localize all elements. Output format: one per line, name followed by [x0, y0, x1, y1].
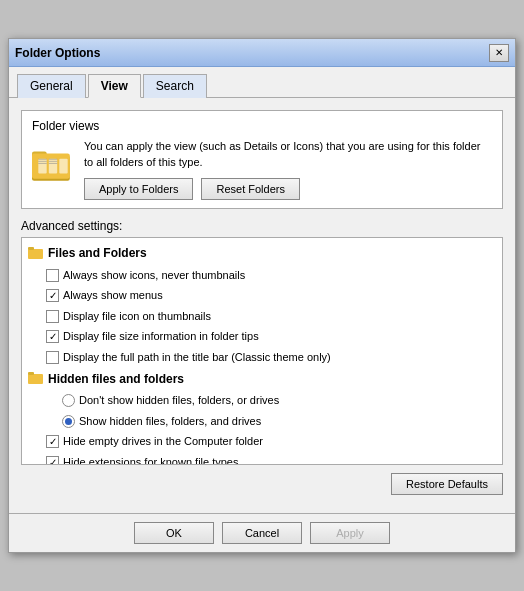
folder-icon	[32, 143, 74, 185]
section-label: Files and Folders	[48, 246, 147, 260]
settings-radio-item[interactable]: Don't show hidden files, folders, or dri…	[22, 390, 502, 411]
cancel-button[interactable]: Cancel	[222, 522, 302, 544]
checkbox-label: Display file size information in folder …	[63, 328, 259, 345]
apply-button[interactable]: Apply	[310, 522, 390, 544]
folder-section-icon	[28, 244, 44, 263]
settings-checkbox-item[interactable]: Hide empty drives in the Computer folder	[22, 431, 502, 452]
tab-general[interactable]: General	[17, 74, 86, 98]
svg-rect-8	[49, 159, 57, 160]
folder-views-right: You can apply the view (such as Details …	[84, 139, 492, 200]
folder-options-dialog: Folder Options ✕ General View Search Fol…	[8, 38, 516, 553]
svg-rect-9	[49, 161, 57, 162]
checkbox[interactable]	[46, 269, 59, 282]
checkbox-label: Always show menus	[63, 287, 163, 304]
advanced-settings-label: Advanced settings:	[21, 219, 503, 233]
restore-defaults-row: Restore Defaults	[21, 473, 503, 495]
tab-search[interactable]: Search	[143, 74, 207, 98]
settings-checkbox-item[interactable]: Always show icons, never thumbnails	[22, 265, 502, 286]
svg-rect-4	[38, 159, 46, 160]
tab-view[interactable]: View	[88, 74, 141, 98]
checkbox[interactable]	[46, 310, 59, 323]
checkbox-label: Display file icon on thumbnails	[63, 308, 211, 325]
reset-folders-button[interactable]: Reset Folders	[201, 178, 299, 200]
radio-label: Show hidden files, folders, and drives	[79, 413, 261, 430]
title-bar-buttons: ✕	[489, 44, 509, 62]
radio-label: Don't show hidden files, folders, or dri…	[79, 392, 279, 409]
svg-rect-6	[38, 163, 46, 164]
folder-action-buttons: Apply to Folders Reset Folders	[84, 178, 492, 200]
title-bar: Folder Options ✕	[9, 39, 515, 67]
dialog-title: Folder Options	[15, 46, 100, 60]
checkbox-label: Display the full path in the title bar (…	[63, 349, 331, 366]
settings-checkbox-item[interactable]: Display the full path in the title bar (…	[22, 347, 502, 368]
folder-views-inner: You can apply the view (such as Details …	[32, 139, 492, 200]
settings-list[interactable]: Files and FoldersAlways show icons, neve…	[22, 238, 502, 464]
settings-checkbox-item[interactable]: Always show menus	[22, 285, 502, 306]
svg-rect-11	[59, 159, 67, 174]
close-button[interactable]: ✕	[489, 44, 509, 62]
svg-rect-5	[38, 161, 46, 162]
folder-views-group: Folder views	[21, 110, 503, 209]
svg-rect-15	[28, 372, 34, 375]
apply-to-folders-button[interactable]: Apply to Folders	[84, 178, 193, 200]
checkbox[interactable]	[46, 456, 59, 464]
dialog-footer: OK Cancel Apply	[9, 513, 515, 552]
radio[interactable]	[62, 415, 75, 428]
section-header: Hidden files and folders	[22, 367, 502, 390]
ok-button[interactable]: OK	[134, 522, 214, 544]
settings-checkbox-item[interactable]: Display file size information in folder …	[22, 326, 502, 347]
tab-content: Folder views	[9, 98, 515, 513]
settings-checkbox-item[interactable]: Hide extensions for known file types	[22, 452, 502, 464]
folder-section-icon	[28, 369, 44, 388]
settings-radio-item[interactable]: Show hidden files, folders, and drives	[22, 411, 502, 432]
tab-bar: General View Search	[9, 67, 515, 98]
svg-rect-13	[28, 247, 34, 250]
svg-rect-10	[49, 163, 57, 164]
checkbox[interactable]	[46, 351, 59, 364]
svg-rect-12	[28, 249, 43, 259]
folder-views-description: You can apply the view (such as Details …	[84, 139, 492, 170]
checkbox-label: Hide empty drives in the Computer folder	[63, 433, 263, 450]
checkbox[interactable]	[46, 435, 59, 448]
checkbox-label: Always show icons, never thumbnails	[63, 267, 245, 284]
section-header: Files and Folders	[22, 242, 502, 265]
section-label: Hidden files and folders	[48, 372, 184, 386]
settings-checkbox-item[interactable]: Display file icon on thumbnails	[22, 306, 502, 327]
svg-rect-14	[28, 374, 43, 384]
checkbox-label: Hide extensions for known file types	[63, 454, 238, 464]
checkbox[interactable]	[46, 330, 59, 343]
radio[interactable]	[62, 394, 75, 407]
restore-defaults-button[interactable]: Restore Defaults	[391, 473, 503, 495]
checkbox[interactable]	[46, 289, 59, 302]
folder-views-label: Folder views	[32, 119, 492, 133]
settings-list-container: Files and FoldersAlways show icons, neve…	[21, 237, 503, 465]
